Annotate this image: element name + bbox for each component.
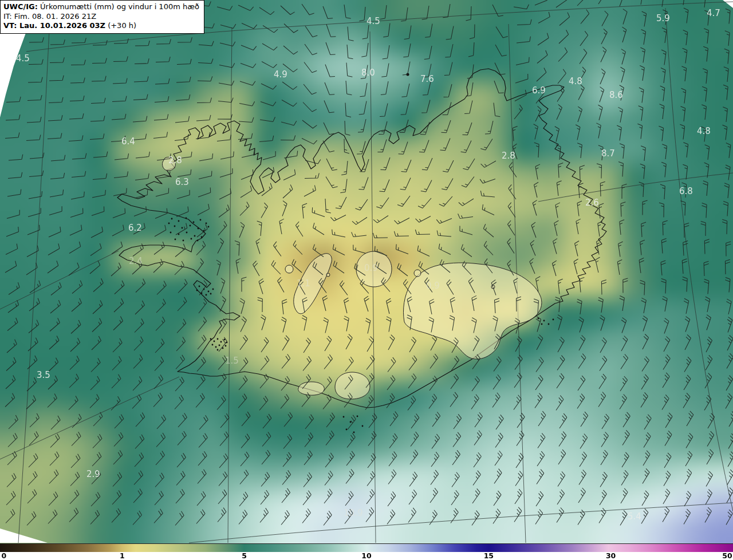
colorbar-tick-label: 1 [120, 551, 125, 560]
breidafjordur-dot [171, 218, 173, 220]
graticule-line [538, 173, 733, 202]
breidafjordur-dot [183, 240, 184, 242]
colorbar-gradient [0, 543, 733, 552]
map-value-label: 10.9 [344, 508, 362, 518]
map-value-label: 6.4 [121, 136, 135, 147]
colorbar-tick-label: 50 [722, 551, 732, 560]
reykjavik-dot [225, 345, 227, 347]
jokulsarlon-dot [548, 324, 550, 325]
breidafjordur-dot [200, 219, 202, 221]
jokulsarlon-dot [541, 324, 543, 325]
map-value-label: 8.7 [601, 148, 615, 159]
graticule-line [0, 251, 119, 309]
myrar-dot [212, 289, 214, 290]
map-value-label: 0.9 [364, 263, 378, 273]
map-value-label: 4.8 [569, 76, 582, 86]
reykjavik-dot [217, 349, 219, 351]
domain-cut [723, 0, 733, 8]
reykjavik-dot [220, 341, 222, 343]
colorbar-labels: 01510153050 [0, 552, 733, 560]
vestmannaeyjar-dot [357, 416, 358, 417]
myrar-dot [196, 290, 198, 291]
map-value-label: 2.9 [86, 469, 100, 479]
breidafjordur-dot [191, 238, 192, 240]
breidafjordur-dot [201, 236, 203, 238]
colorbar-tick-label: 30 [606, 551, 616, 560]
title-box: UWC/IG: Úrkomumætti (mm) og vindur i 100… [0, 0, 204, 34]
glacier-circle [414, 270, 421, 277]
breidafjordur-dot [182, 227, 183, 229]
map-value-label: 7.6 [420, 74, 434, 84]
map-value-label: 6.8 [679, 186, 693, 196]
graticule-line [665, 8, 733, 511]
colorbar-tick-label: 10 [361, 551, 371, 560]
breidafjordur-dot [197, 240, 199, 242]
map-value-label: 8.0 [361, 68, 375, 78]
map-value-label: 4.7 [707, 8, 720, 18]
map-value-label: 1.5 [225, 356, 239, 366]
breidafjordur-dot [190, 225, 191, 227]
glacier-outline [335, 372, 370, 399]
myrar-dot [199, 286, 200, 287]
map-value-label: 5.4 [628, 511, 641, 522]
reykjavik-dot [219, 345, 220, 346]
map-value-label: 1.1 [297, 278, 310, 289]
myrar-dot [206, 294, 207, 296]
domain-cut [0, 31, 26, 117]
title-line-product: UWC/IG: Úrkomumætti (mm) og vindur i 100… [3, 2, 199, 12]
reykjavik-dot [217, 338, 219, 340]
breidafjordur-dot [194, 235, 196, 237]
reykjavik-dot [214, 341, 215, 342]
breidafjordur-dot [206, 223, 207, 224]
myrar-dot [210, 293, 212, 295]
map-value-label: 3.5 [37, 370, 50, 380]
map-value-label: 6.2 [128, 223, 142, 233]
map-value-label: 2.6 [585, 198, 599, 208]
breidafjordur-dot [175, 239, 176, 240]
domain-cut [0, 529, 48, 543]
map-value-label: 4.5 [16, 53, 30, 64]
map-value-label: 4.8 [697, 126, 711, 136]
glacier-circle [285, 265, 293, 273]
graticule-line [228, 27, 232, 543]
map-value-label: 4.5 [366, 16, 380, 26]
map-value-labels: 4.55.94.74.54.98.07.66.94.88.68.74.86.42… [16, 8, 720, 522]
colorbar: 01510153050 [0, 543, 733, 560]
graticule-line [18, 30, 49, 543]
graticule-line [189, 503, 733, 543]
map-value-label: 8.6 [609, 90, 623, 100]
vestmannaeyjar-dot [350, 421, 352, 423]
breidafjordur-dot [178, 220, 180, 222]
colorbar-tick-label: 0 [2, 551, 7, 560]
colorbar-tick-label: 5 [242, 551, 247, 560]
weather-map-page: 4.55.94.74.54.98.07.66.94.88.68.74.86.42… [0, 0, 733, 560]
map-overlay: 4.55.94.74.54.98.07.66.94.88.68.74.86.42… [0, 0, 733, 543]
breidafjordur-dot [198, 228, 199, 230]
glacier-circle [326, 273, 330, 277]
vestmannaeyjar-dot [346, 429, 348, 431]
breidafjordur-dot [168, 223, 170, 224]
map-value-label: 6.3 [175, 177, 189, 187]
jokulsarlon-dot [543, 320, 545, 322]
graticule-line [0, 377, 179, 459]
map-value-label: 2.4 [129, 256, 143, 266]
map-value-label: 2.8 [168, 155, 182, 165]
breidafjordur-dot [186, 218, 187, 219]
glacier-outline [298, 382, 325, 395]
title-line-inittime: IT: Fim. 08. 01. 2026 21Z [3, 12, 199, 22]
glacier-outline [403, 263, 541, 359]
breidafjordur-dot [208, 226, 210, 228]
jokulsarlon-dot [553, 319, 554, 321]
map-value-label: 6.9 [532, 85, 546, 96]
reykjavik-dot [210, 338, 212, 340]
map-value-label: 2.8 [502, 151, 515, 161]
title-line-validtime: VT: Lau. 10.01.2026 03Z (+30 h) [3, 21, 199, 31]
map-value-label: 5.9 [656, 13, 670, 23]
breidafjordur-dot [193, 222, 195, 223]
breidafjordur-dot [174, 226, 176, 227]
myrar-dot [208, 291, 210, 293]
vestmannaeyjar-dot [353, 432, 355, 433]
map-value-label: 4.9 [274, 69, 287, 80]
map-value-label: 0.9 [426, 281, 440, 291]
vestmannaeyjar-dot [343, 416, 345, 418]
